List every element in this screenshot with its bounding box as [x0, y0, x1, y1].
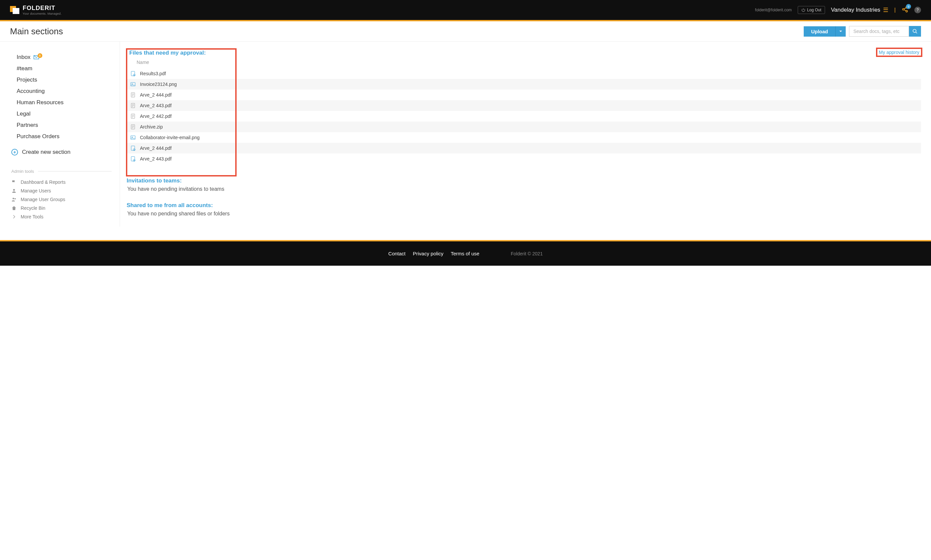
upload-dropdown[interactable]: [835, 26, 846, 37]
svg-line-5: [904, 10, 906, 11]
logout-label: Log Out: [807, 8, 821, 12]
footer-link-privacy-policy[interactable]: Privacy policy: [413, 251, 443, 256]
chevron-icon: [11, 214, 17, 219]
admin-item-more-tools[interactable]: More Tools: [10, 212, 113, 221]
file-name: Archive.zip: [140, 124, 163, 129]
admin-item-manage-users[interactable]: Manage Users: [10, 186, 113, 195]
sidebar-item-partners[interactable]: Partners: [10, 120, 113, 131]
top-header: FOLDERIT Your documents. Managed. folder…: [0, 0, 931, 20]
file-row[interactable]: Arve_2 444.pdf: [127, 143, 921, 154]
file-name: Arve_2 443.pdf: [140, 156, 171, 162]
admin-item-recycle-bin[interactable]: Recycle Bin: [10, 204, 113, 212]
sidebar-item-accounting[interactable]: Accounting: [10, 86, 113, 97]
footer-link-contact[interactable]: Contact: [388, 251, 406, 256]
svg-line-4: [904, 8, 906, 9]
file-row[interactable]: Arve_2 444.pdf: [127, 89, 921, 100]
footer-link-terms-of-use[interactable]: Terms of use: [451, 251, 480, 256]
logout-button[interactable]: Log Out: [798, 6, 825, 14]
search-button[interactable]: [909, 26, 921, 37]
sidebar-item-team[interactable]: #team: [10, 63, 113, 74]
sidebar-item-label: Partners: [17, 122, 38, 129]
file-name: Arve_2 443.pdf: [140, 103, 171, 108]
invitations-section: Invitations to teams: You have no pendin…: [127, 177, 921, 192]
mail-icon: 8: [33, 55, 39, 60]
svg-point-8: [13, 189, 15, 191]
file-row[interactable]: Results3.pdf: [127, 68, 921, 79]
trash-icon: [11, 205, 17, 211]
sidebar-item-label: Accounting: [17, 88, 45, 95]
approval-history-link[interactable]: My approval history: [879, 49, 919, 55]
admin-item-label: Manage Users: [21, 188, 51, 194]
svg-rect-11: [131, 71, 135, 76]
sidebar-item-humanresources[interactable]: Human Resources: [10, 97, 113, 108]
file-row[interactable]: Invoice23124.png: [127, 79, 921, 89]
admin-item-manage-user-groups[interactable]: Manage User Groups: [10, 195, 113, 204]
document-icon: [130, 113, 136, 119]
sidebar-item-label: Projects: [17, 77, 37, 83]
sidebar-item-purchaseorders[interactable]: Purchase Orders: [10, 131, 113, 142]
brand-tagline: Your documents. Managed.: [23, 12, 62, 15]
approval-title: Files that need my approval:: [129, 49, 918, 56]
svg-rect-35: [131, 157, 135, 161]
inbox-badge: 8: [38, 53, 42, 58]
file-row[interactable]: Arve_2 442.pdf: [127, 111, 921, 122]
divider: |: [894, 7, 895, 13]
image-icon: [130, 81, 136, 87]
help-button[interactable]: ?: [914, 7, 921, 13]
upload-button[interactable]: Upload: [804, 26, 835, 37]
column-header-name: Name: [127, 56, 921, 68]
sidebar: Inbox8#teamProjectsAccountingHuman Resou…: [10, 42, 120, 227]
admin-item-label: Recycle Bin: [21, 205, 45, 211]
svg-rect-33: [131, 146, 135, 151]
svg-line-7: [916, 32, 917, 33]
caret-down-icon: [839, 30, 842, 33]
sidebar-item-legal[interactable]: Legal: [10, 108, 113, 120]
document-icon: [130, 145, 136, 151]
file-row[interactable]: Arve_2 443.pdf: [127, 100, 921, 111]
sidebar-item-projects[interactable]: Projects: [10, 74, 113, 86]
folder-logo-icon: [10, 6, 19, 14]
document-icon: [130, 124, 136, 130]
company-selector[interactable]: Vandelay Industries ☰: [831, 6, 888, 14]
invitations-title: Invitations to teams:: [127, 177, 921, 184]
logo[interactable]: FOLDERIT Your documents. Managed.: [10, 5, 62, 15]
svg-point-9: [13, 198, 14, 199]
file-row[interactable]: Arve_2 443.pdf: [127, 154, 921, 164]
approval-section: My approval history Files that need my a…: [127, 48, 921, 164]
file-name: Results3.pdf: [140, 71, 166, 76]
document-icon: [130, 92, 136, 98]
admin-item-label: Manage User Groups: [21, 197, 65, 202]
flag-icon: [11, 180, 17, 185]
sidebar-item-inbox[interactable]: Inbox8: [10, 52, 113, 63]
footer-copyright: Folderit © 2021: [511, 251, 543, 256]
file-name: Arve_2 444.pdf: [140, 92, 171, 98]
file-name: Arve_2 444.pdf: [140, 146, 171, 151]
file-name: Collaborator-invite-email.png: [140, 135, 199, 140]
brand-text: FOLDERIT: [23, 5, 62, 12]
create-section-button[interactable]: + Create new section: [11, 149, 112, 155]
users-icon: [11, 197, 17, 202]
admin-tools-heading: Admin tools: [11, 169, 112, 174]
upload-group: Upload: [804, 26, 846, 37]
power-icon: [801, 8, 805, 12]
main-content: My approval history Files that need my a…: [120, 42, 921, 227]
sidebar-item-label: Purchase Orders: [17, 133, 60, 140]
admin-item-dashboard---reports[interactable]: Dashboard & Reports: [10, 178, 113, 186]
user-icon: [11, 188, 17, 194]
shared-empty: You have no pending shared files or fold…: [127, 209, 921, 217]
file-row[interactable]: Collaborator-invite-email.png: [127, 132, 921, 143]
file-row[interactable]: Archive.zip: [127, 122, 921, 132]
plus-circle-icon: +: [11, 149, 18, 155]
invitations-empty: You have no pending invitations to teams: [127, 184, 921, 192]
svg-point-3: [906, 10, 908, 12]
company-name: Vandelay Industries: [831, 7, 880, 13]
footer: ContactPrivacy policyTerms of use Folder…: [0, 242, 931, 266]
document-icon: [130, 71, 136, 77]
sidebar-item-label: Inbox: [17, 54, 31, 61]
file-name: Arve_2 442.pdf: [140, 114, 171, 119]
share-button[interactable]: 9: [902, 6, 908, 14]
svg-point-6: [913, 29, 916, 32]
search-icon: [912, 29, 918, 34]
highlight-box-history: My approval history: [876, 48, 922, 57]
search-input[interactable]: [849, 26, 909, 37]
